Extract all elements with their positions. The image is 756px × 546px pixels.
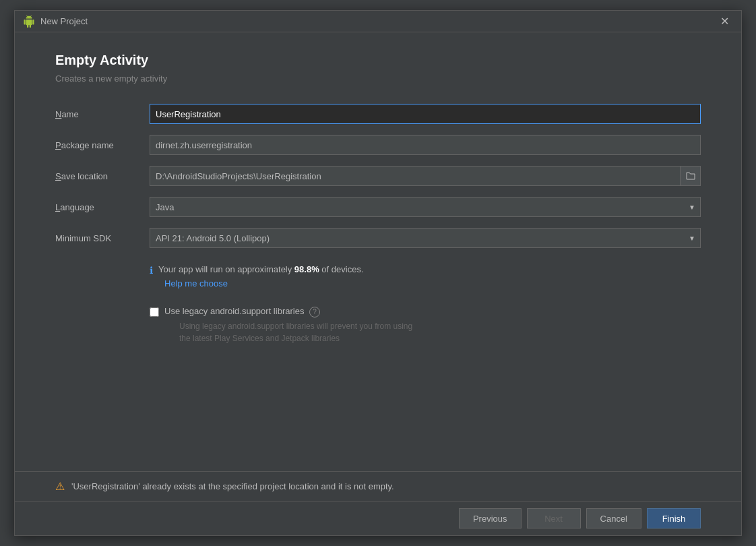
button-bar: Previous Next Cancel Finish bbox=[15, 501, 741, 535]
package-name-label: Package name bbox=[55, 140, 150, 150]
previous-button[interactable]: Previous bbox=[459, 508, 522, 528]
minimum-sdk-label: Minimum SDK bbox=[55, 233, 150, 243]
name-row: Name bbox=[55, 104, 701, 124]
device-coverage-text: Your app will run on approximately 98.8%… bbox=[158, 264, 364, 274]
new-project-dialog: New Project ✕ Empty Activity Creates a n… bbox=[14, 10, 742, 536]
legacy-libraries-help-icon[interactable]: ? bbox=[309, 307, 320, 317]
minimum-sdk-select-wrapper: API 16: Android 4.1 (Jelly Bean) API 21:… bbox=[150, 228, 701, 248]
dialog-title: New Project bbox=[40, 16, 88, 26]
title-bar: New Project ✕ bbox=[15, 11, 741, 32]
legacy-libraries-label-group: Use legacy android.support libraries ? U… bbox=[164, 306, 412, 344]
language-label: Language bbox=[55, 202, 150, 212]
close-button[interactable]: ✕ bbox=[716, 15, 733, 28]
warning-triangle-icon: ⚠ bbox=[55, 480, 65, 493]
next-button[interactable]: Next bbox=[527, 508, 581, 528]
language-row: Language Java Kotlin ▼ bbox=[55, 197, 701, 217]
android-logo-icon bbox=[23, 16, 35, 28]
browse-folder-button[interactable] bbox=[681, 166, 701, 186]
save-location-row: Save location bbox=[55, 166, 701, 186]
info-circle-icon: ℹ bbox=[150, 265, 153, 276]
info-line: ℹ Your app will run on approximately 98.… bbox=[150, 264, 701, 276]
language-select[interactable]: Java Kotlin bbox=[150, 197, 701, 217]
legacy-libraries-label: Use legacy android.support libraries bbox=[164, 306, 304, 316]
save-location-input[interactable] bbox=[150, 166, 681, 186]
title-bar-left: New Project bbox=[23, 16, 88, 28]
cancel-button[interactable]: Cancel bbox=[586, 508, 641, 528]
device-coverage-info: ℹ Your app will run on approximately 98.… bbox=[150, 264, 701, 289]
package-name-input[interactable] bbox=[150, 135, 701, 155]
dialog-content: Empty Activity Creates a new empty activ… bbox=[15, 32, 741, 471]
language-select-wrapper: Java Kotlin ▼ bbox=[150, 197, 701, 217]
coverage-percentage: 98.8% bbox=[294, 264, 319, 274]
finish-button[interactable]: Finish bbox=[647, 508, 701, 528]
page-subtitle: Creates a new empty activity bbox=[55, 73, 701, 84]
legacy-libraries-description: Using legacy android.support libraries w… bbox=[179, 320, 412, 344]
package-name-row: Package name bbox=[55, 135, 701, 155]
help-me-choose-link[interactable]: Help me choose bbox=[164, 278, 701, 289]
legacy-libraries-row: Use legacy android.support libraries ? U… bbox=[150, 306, 701, 344]
name-input[interactable] bbox=[150, 104, 701, 124]
name-label: Name bbox=[55, 109, 150, 119]
warning-bar: ⚠ 'UserRegistration' already exists at t… bbox=[15, 471, 741, 501]
minimum-sdk-select[interactable]: API 16: Android 4.1 (Jelly Bean) API 21:… bbox=[150, 228, 701, 248]
legacy-libraries-checkbox[interactable] bbox=[150, 307, 159, 317]
page-title: Empty Activity bbox=[55, 53, 701, 68]
save-location-wrapper bbox=[150, 166, 701, 186]
folder-icon bbox=[686, 172, 695, 180]
warning-message: 'UserRegistration' already exists at the… bbox=[71, 481, 394, 491]
save-location-label: Save location bbox=[55, 171, 150, 181]
minimum-sdk-row: Minimum SDK API 16: Android 4.1 (Jelly B… bbox=[55, 228, 701, 248]
